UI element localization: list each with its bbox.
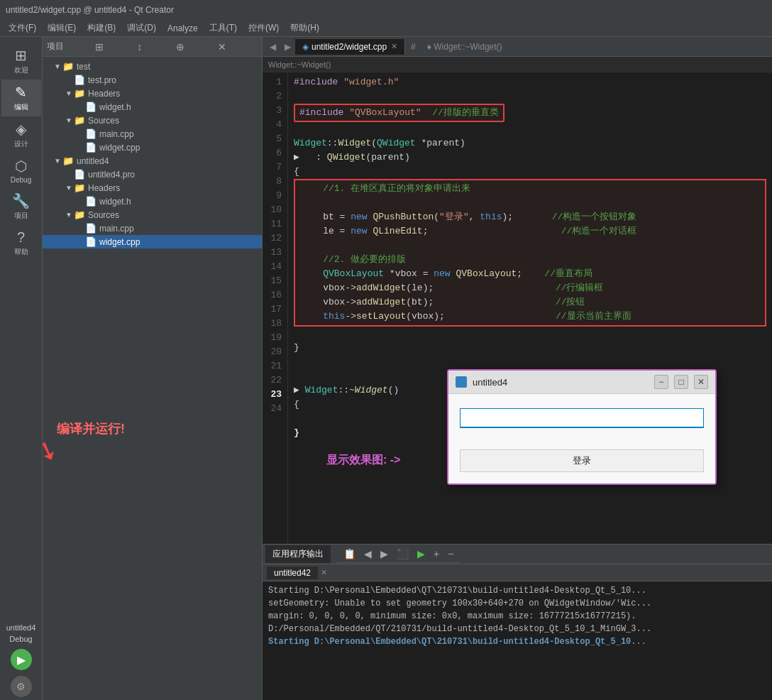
output-copy-icon[interactable]: 📋 [341, 547, 358, 561]
menu-help[interactable]: 帮助(H) [285, 21, 325, 35]
popup-text-input[interactable] [460, 408, 704, 428]
output-subtab-untitled[interactable]: untitled42 [267, 567, 318, 579]
run-button[interactable]: ▶ [11, 649, 32, 670]
output-stop-icon[interactable]: ⬛ [394, 547, 412, 561]
tree-item-test[interactable]: ▼ 📁 test [43, 60, 262, 73]
h-icon-1: 📄 [85, 102, 96, 112]
popup-minimize-button[interactable]: − [654, 375, 668, 389]
sidebar-edit[interactable]: ✎ 编辑 [1, 80, 41, 116]
sidebar-welcome[interactable]: ⊞ 欢迎 [1, 43, 41, 80]
popup-footer: 登录 [448, 442, 715, 483]
popup-maximize-button[interactable]: □ [674, 375, 688, 389]
sidebar-bottom: untitled4 Debug ▶ ⚙ [0, 623, 42, 700]
breadcrumb-text: Widget::~Widget() [268, 60, 331, 69]
build-icon: ⚙ [16, 681, 26, 692]
tree-label-test-pro: test.pro [88, 75, 116, 85]
tree-item-headers2[interactable]: ▼ 📁 Headers [43, 181, 262, 195]
folder-icon-sources2: 📁 [74, 209, 85, 220]
menu-tools[interactable]: 工具(T) [204, 21, 243, 35]
tree-item-sources1[interactable]: ▼ 📁 Sources [43, 114, 262, 127]
tree-item-headers1[interactable]: ▼ 📁 Headers [43, 87, 262, 100]
tree-label-sources1: Sources [88, 116, 119, 126]
tree-arrow-untitled4: ▼ [54, 157, 62, 165]
folder-icon-headers1: 📁 [74, 88, 85, 99]
sidebar-debug-label: Debug [0, 635, 42, 643]
tree-item-widget-h1[interactable]: 📄 widget.h [43, 100, 262, 114]
tree-item-main-cpp2[interactable]: 📄 main.cpp [43, 222, 262, 235]
tab-close-widget-cpp[interactable]: ✕ [391, 42, 397, 51]
project-title: 项目 [47, 40, 64, 53]
menu-analyze[interactable]: Analyze [162, 22, 204, 35]
sidebar-help[interactable]: ? 帮助 [1, 225, 41, 261]
menu-build[interactable]: 构建(B) [82, 21, 121, 35]
sidebar-project-name: untitled4 [0, 623, 42, 632]
tab-hash: # [405, 39, 421, 55]
tree-item-untitled4-pro[interactable]: 📄 untitled4.pro [43, 168, 262, 181]
output-add-icon[interactable]: + [431, 547, 442, 561]
sidebar-design[interactable]: ◈ 设计 [1, 116, 41, 153]
sidebar-label-welcome: 欢迎 [14, 65, 28, 75]
tab-nav-right[interactable]: ▶ [280, 40, 295, 53]
menu-edit[interactable]: 编辑(E) [42, 21, 82, 35]
output-panel: 应用程序输出 📋 ◀ ▶ ⬛ ▶ + − untitled42 ✕ Starti… [263, 544, 772, 700]
edit-icon: ✎ [15, 84, 27, 101]
tree-label-widget-cpp2: widget.cpp [99, 237, 140, 247]
tree-item-test-pro[interactable]: 📄 test.pro [43, 73, 262, 87]
sync-icon[interactable]: ↕ [134, 40, 145, 54]
help-icon: ? [17, 229, 25, 246]
folder-icon-test: 📁 [62, 61, 74, 72]
popup-close-button[interactable]: ✕ [694, 375, 708, 389]
build-button[interactable]: ⚙ [11, 676, 32, 697]
output-minus-icon[interactable]: − [445, 547, 456, 561]
tree-label-widget-h1: widget.h [99, 102, 131, 112]
close-panel-icon[interactable]: ✕ [215, 40, 229, 54]
sidebar-label-debug: Debug [11, 176, 31, 184]
menu-controls[interactable]: 控件(W) [243, 21, 285, 35]
project-toolbar: 项目 ⊞ ↕ ⊕ ✕ [43, 37, 262, 57]
filter-icon[interactable]: ⊞ [92, 40, 106, 54]
tree-label-widget-h2: widget.h [99, 197, 131, 207]
menu-file[interactable]: 文件(F) [3, 21, 42, 35]
output-tab-app[interactable]: 应用程序输出 [265, 545, 331, 563]
menu-debug[interactable]: 调试(D) [121, 21, 162, 35]
breadcrumb: Widget::~Widget() [263, 57, 772, 72]
tree-label-untitled4-pro: untitled4.pro [88, 170, 135, 180]
tree-label-sources2: Sources [88, 210, 119, 220]
output-tabs: 应用程序输出 📋 ◀ ▶ ⬛ ▶ + − [263, 545, 772, 564]
sidebar-project[interactable]: 🔧 项目 [1, 188, 41, 225]
sidebar-debug[interactable]: ⬡ Debug [1, 153, 41, 188]
tree-item-main-cpp1[interactable]: 📄 main.cpp [43, 127, 262, 141]
popup-window: untitled4 − □ ✕ 登录 [447, 369, 717, 485]
output-run-icon[interactable]: ▶ [414, 547, 428, 561]
tree-arrow-sources2: ▼ [65, 211, 74, 219]
tab-nav-left[interactable]: ◀ [265, 40, 280, 53]
tree-label-untitled4: untitled4 [77, 156, 109, 166]
tree-item-untitled4[interactable]: ▼ 📁 untitled4 [43, 154, 262, 168]
tree-arrow-sources1: ▼ [65, 116, 74, 124]
tab-widget-cpp[interactable]: ◈ untitled2/widget.cpp ✕ [295, 39, 405, 55]
tree-arrow-headers2: ▼ [65, 184, 74, 192]
output-prev-icon[interactable]: ◀ [361, 547, 375, 561]
popup-app-icon [456, 376, 467, 388]
settings-icon[interactable]: ⊕ [173, 40, 187, 54]
popup-login-button[interactable]: 登录 [460, 449, 704, 472]
tree-label-test: test [77, 62, 90, 72]
tree-item-sources2[interactable]: ▼ 📁 Sources [43, 208, 262, 222]
popup-title-text: untitled4 [473, 377, 507, 388]
tree-label-widget-cpp1: widget.cpp [99, 143, 140, 153]
tree-item-widget-h2[interactable]: 📄 widget.h [43, 195, 262, 208]
tab-label-widget-cpp: untitled2/widget.cpp [311, 42, 387, 52]
popup-window-buttons: − □ ✕ [654, 375, 708, 389]
output-next-icon[interactable]: ▶ [377, 547, 391, 561]
editor-area: ◀ ▶ ◈ untitled2/widget.cpp ✕ # ♦ Widget:… [263, 37, 772, 700]
welcome-icon: ⊞ [15, 47, 27, 64]
output-subtab-close[interactable]: ✕ [321, 568, 327, 577]
output-line-4: D:/Personal/Embedded/QT/210731/build-unt… [268, 623, 766, 635]
project-tree: ▼ 📁 test 📄 test.pro ▼ 📁 Headers 📄 widget… [43, 57, 262, 700]
cpp-icon-main1: 📄 [85, 128, 96, 139]
tree-item-widget-cpp1[interactable]: 📄 widget.cpp [43, 141, 262, 154]
tree-item-widget-cpp2[interactable]: 📄 widget.cpp [43, 235, 262, 248]
sidebar-label-help: 帮助 [14, 247, 28, 257]
cpp-icon-main2: 📄 [85, 223, 96, 234]
tree-arrow-headers1: ▼ [65, 89, 74, 97]
